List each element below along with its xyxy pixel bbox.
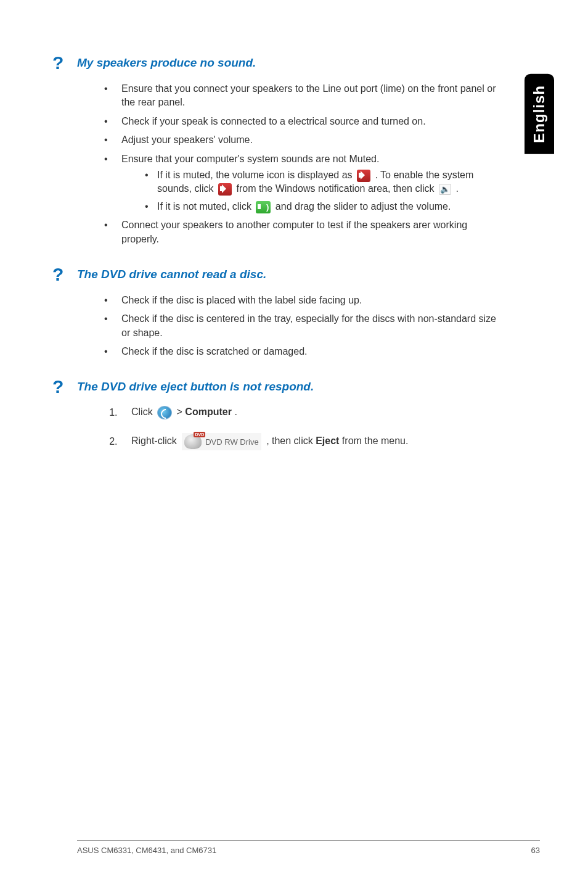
bullet-item: Connect your speakers to another compute… (104, 218, 496, 246)
volume-muted-icon (218, 183, 232, 196)
dvd-drive-icon: DVD RW Drive (182, 433, 261, 450)
bullet-item: Ensure that you connect your speakers to… (104, 82, 496, 110)
text-fragment: . (455, 183, 458, 194)
footer-page-number: 63 (531, 846, 540, 855)
bullet-item: Check if the disc is placed with the lab… (104, 294, 496, 307)
bullet-item: Adjust your speakers' volume. (104, 133, 496, 147)
text-fragment: Right-click (131, 436, 179, 447)
section-speakers: ? My speakers produce no sound. Ensure t… (77, 56, 496, 246)
text-fragment: from the Windows notification area, then… (237, 183, 437, 194)
speaker-settings-icon (439, 184, 451, 195)
volume-muted-icon (357, 170, 370, 182)
step-item: Click > Computer . (120, 406, 496, 419)
bullet-item: Check if your speak is connected to a el… (104, 115, 496, 128)
sub-bullet-item: If it is muted, the volume icon is displ… (145, 168, 496, 196)
page-footer: ASUS CM6331, CM6431, and CM6731 63 (77, 840, 540, 855)
bullet-text: Ensure that your computer's system sound… (121, 154, 379, 164)
text-fragment: If it is muted, the volume icon is displ… (157, 170, 355, 180)
bullet-item: Check if the disc is scratched or damage… (104, 345, 496, 358)
section-title: The DVD drive eject button is not respon… (77, 379, 314, 395)
volume-on-icon (256, 201, 271, 213)
bullet-item: Check if the disc is centered in the tra… (104, 312, 496, 340)
text-fragment: from the menu. (342, 436, 409, 447)
section-title: My speakers produce no sound. (77, 56, 256, 71)
start-button-icon (157, 406, 172, 419)
text-fragment: If it is not muted, click (157, 201, 254, 212)
text-fragment: and drag the slider to adjust the volume… (276, 201, 451, 212)
step-item: Right-click DVD RW Drive , then click Ej… (120, 433, 496, 450)
question-mark-icon: ? (52, 52, 77, 73)
text-fragment: Click (131, 407, 155, 418)
menu-path-bold: Computer (185, 407, 232, 418)
dvd-disc-icon (184, 434, 202, 449)
section-title: The DVD drive cannot read a disc. (77, 267, 266, 283)
question-mark-icon: ? (52, 264, 77, 285)
dvd-drive-label: DVD RW Drive (205, 437, 258, 447)
text-fragment: > (177, 407, 186, 418)
footer-product: ASUS CM6331, CM6431, and CM6731 (77, 846, 216, 855)
language-tab: English (525, 74, 554, 154)
question-mark-icon: ? (52, 376, 77, 397)
sub-bullet-item: If it is not muted, click and drag the s… (145, 200, 496, 213)
section-dvd-read: ? The DVD drive cannot read a disc. Chec… (77, 267, 496, 359)
menu-item-bold: Eject (316, 436, 339, 447)
section-dvd-eject: ? The DVD drive eject button is not resp… (77, 379, 496, 450)
bullet-item: Ensure that your computer's system sound… (104, 152, 496, 214)
text-fragment: , then click (266, 436, 316, 447)
text-fragment: . (234, 407, 237, 418)
